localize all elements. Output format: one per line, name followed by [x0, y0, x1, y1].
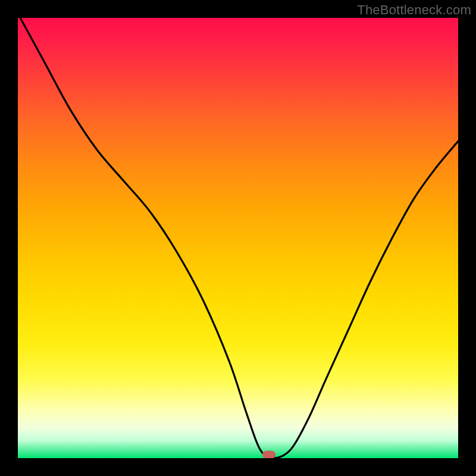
- plot-area: [18, 18, 458, 458]
- bottleneck-curve: [18, 18, 458, 458]
- trough-marker: [262, 451, 275, 458]
- chart-stage: TheBottleneck.com: [0, 0, 476, 476]
- curve-layer: [18, 18, 458, 458]
- watermark-text: TheBottleneck.com: [357, 2, 471, 18]
